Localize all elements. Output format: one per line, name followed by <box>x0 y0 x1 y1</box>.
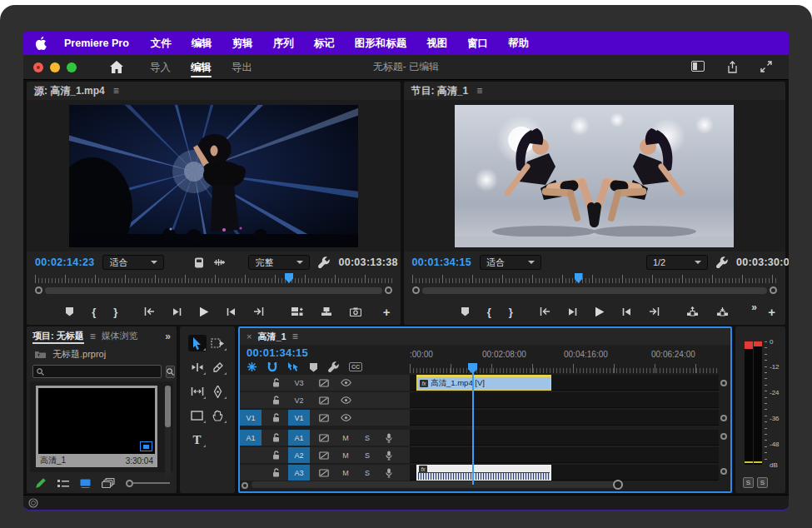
go-to-in-icon[interactable] <box>143 306 155 316</box>
workspaces-icon[interactable] <box>691 61 705 73</box>
go-to-in-icon[interactable] <box>539 306 550 316</box>
track-height-handle[interactable] <box>720 433 727 440</box>
sync-lock-icon[interactable] <box>318 469 330 477</box>
menu-sequence[interactable]: 序列 <box>273 37 294 51</box>
menu-markers[interactable]: 标记 <box>314 37 335 51</box>
source-patch[interactable] <box>240 465 262 481</box>
program-quality-select[interactable]: 1/2 <box>646 255 708 270</box>
thumbnail-zoom-slider[interactable] <box>126 480 170 487</box>
video-clip[interactable]: fx 高清_1.mp4 [V] <box>416 375 551 391</box>
track-target-v3[interactable]: V3 <box>288 375 310 391</box>
solo-button[interactable]: S <box>361 469 373 477</box>
sync-lock-icon[interactable] <box>318 396 330 405</box>
creative-cloud-sync-icon[interactable] <box>28 498 38 508</box>
mark-in-button[interactable]: { <box>92 306 96 317</box>
track-lane-v3[interactable]: fx 高清_1.mp4 [V] <box>410 375 719 391</box>
freeform-view-icon[interactable] <box>102 478 115 488</box>
program-video-area[interactable] <box>404 100 785 252</box>
track-height-handle[interactable] <box>720 380 727 386</box>
menubar-app-name[interactable]: Premiere Pro <box>64 37 129 49</box>
mark-out-button[interactable]: } <box>509 306 513 317</box>
menu-edit[interactable]: 编辑 <box>192 37 212 51</box>
program-zoom-select[interactable]: 适合 <box>480 255 541 270</box>
settings-wrench-icon[interactable] <box>318 257 330 268</box>
track-height-handle[interactable] <box>720 415 727 421</box>
add-marker-icon[interactable] <box>309 362 318 372</box>
scroll-track[interactable] <box>45 287 382 294</box>
search-input[interactable] <box>47 367 157 376</box>
source-patch[interactable] <box>240 392 262 408</box>
menu-file[interactable]: 文件 <box>151 37 172 51</box>
track-visibility-eye-icon[interactable] <box>340 379 351 386</box>
solo-left-button[interactable]: S <box>743 477 754 488</box>
timeline-scroll-handle-left[interactable] <box>242 482 248 489</box>
add-keyframe-icon[interactable] <box>212 257 225 267</box>
mark-out-button[interactable]: } <box>113 306 117 317</box>
extract-icon[interactable] <box>716 306 729 316</box>
solo-right-button[interactable]: S <box>757 477 768 488</box>
scroll-handle-left[interactable] <box>412 286 420 294</box>
snap-magnet-icon[interactable] <box>267 361 277 372</box>
track-header-v2[interactable]: V2 <box>240 392 410 408</box>
menu-help[interactable]: 帮助 <box>508 37 529 51</box>
track-lane-v1[interactable] <box>410 410 719 426</box>
program-scrollbar[interactable] <box>412 286 777 296</box>
mark-in-button[interactable]: { <box>487 306 491 317</box>
mute-button[interactable]: M <box>340 469 351 477</box>
sequence-thumbnail[interactable]: 高清_1 3:30:04 <box>36 386 157 467</box>
track-visibility-eye-icon[interactable] <box>340 396 351 404</box>
tab-import[interactable]: 导入 <box>150 55 171 80</box>
scroll-handle-right[interactable] <box>385 286 392 294</box>
sync-lock-icon[interactable] <box>318 414 330 422</box>
lock-icon[interactable] <box>270 468 281 477</box>
track-lane-a3[interactable]: fx <box>410 465 719 481</box>
track-header-a2[interactable]: A2 M S <box>240 447 410 463</box>
timeline-horizontal-scrollbar[interactable] <box>252 481 620 488</box>
share-icon[interactable] <box>726 61 739 73</box>
track-select-forward-tool[interactable] <box>209 335 227 351</box>
source-timecode[interactable]: 00:02:14:23 <box>35 257 94 268</box>
track-target-a3[interactable]: A3 <box>288 465 310 481</box>
timeline-tab[interactable]: × 高清_1 ≡ <box>240 328 730 345</box>
project-scrollbar[interactable] <box>165 386 171 479</box>
overwrite-icon[interactable] <box>321 306 332 316</box>
play-button[interactable] <box>595 306 605 317</box>
add-marker-icon[interactable] <box>461 306 470 316</box>
voiceover-mic-icon[interactable] <box>383 433 395 443</box>
source-zoom-select[interactable]: 适合 <box>102 255 164 270</box>
minimize-button[interactable] <box>50 62 60 72</box>
source-patch[interactable] <box>240 375 262 391</box>
lock-icon[interactable] <box>270 396 281 405</box>
solo-button[interactable]: S <box>361 451 373 460</box>
insert-icon[interactable] <box>291 306 303 316</box>
icon-view-icon[interactable] <box>80 479 91 488</box>
lock-icon[interactable] <box>270 413 281 422</box>
type-tool[interactable]: T <box>188 431 207 448</box>
track-target-a1[interactable]: A1 <box>288 430 310 446</box>
timeline-settings-wrench-icon[interactable] <box>328 361 339 372</box>
button-editor-icon[interactable]: + <box>768 305 775 319</box>
project-bin-row[interactable]: 无标题.prproj <box>27 346 177 362</box>
track-header-v3[interactable]: V3 <box>240 375 410 391</box>
solo-button[interactable]: S <box>361 434 373 442</box>
track-height-handle[interactable] <box>720 468 727 475</box>
selection-tool[interactable] <box>188 335 207 351</box>
source-patch-a1[interactable]: A1 <box>240 430 262 446</box>
ripple-edit-tool[interactable] <box>188 359 207 376</box>
panel-menu-icon[interactable]: ≡ <box>90 331 96 342</box>
close-tab-icon[interactable]: × <box>247 331 252 341</box>
track-target-v1[interactable]: V1 <box>288 410 310 426</box>
export-frame-icon[interactable] <box>350 307 361 316</box>
menu-graphics[interactable]: 图形和标题 <box>355 37 407 51</box>
program-timecode[interactable]: 00:01:34:15 <box>412 257 471 268</box>
track-header-a1[interactable]: A1 A1 M S <box>240 430 410 446</box>
sync-lock-icon[interactable] <box>318 451 330 460</box>
step-back-icon[interactable] <box>172 307 182 316</box>
rectangle-tool[interactable] <box>188 407 207 424</box>
slider-knob[interactable] <box>126 480 133 487</box>
hand-tool[interactable] <box>209 407 227 424</box>
source-patch[interactable] <box>240 447 262 463</box>
track-header-a3[interactable]: A3 M S <box>240 465 410 481</box>
apple-logo-icon[interactable] <box>35 37 47 51</box>
lock-icon[interactable] <box>270 451 281 460</box>
